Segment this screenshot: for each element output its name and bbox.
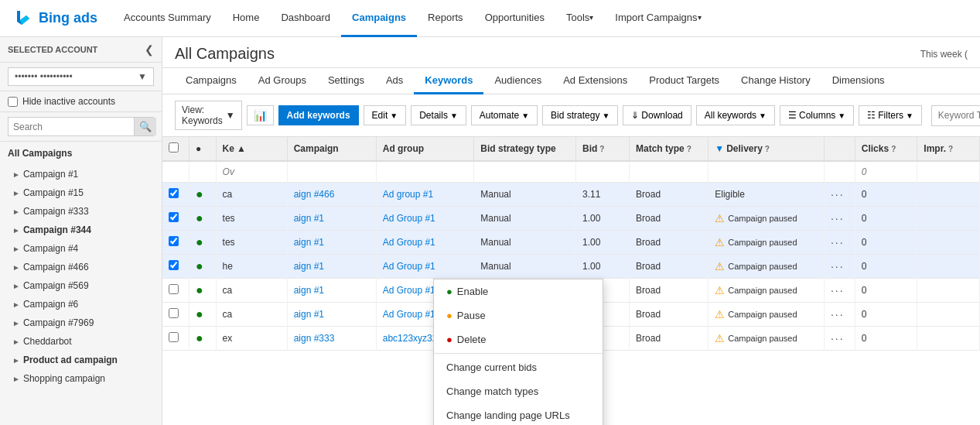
sidebar-item-campaign-1[interactable]: ►Campaign #1 xyxy=(0,165,162,183)
details-button[interactable]: Details ▼ xyxy=(411,105,466,125)
nav-reports[interactable]: Reports xyxy=(417,0,474,37)
tab-product-targets[interactable]: Product Targets xyxy=(638,68,730,94)
select-all-checkbox[interactable] xyxy=(169,142,179,153)
campaign-link[interactable]: aign #1 xyxy=(294,261,324,272)
more-actions-button[interactable]: ··· xyxy=(831,284,845,296)
nav-tools[interactable]: Tools xyxy=(555,0,604,37)
tab-campaigns[interactable]: Campaigns xyxy=(175,68,248,94)
filters-button[interactable]: ☷ Filters ▼ xyxy=(859,105,922,125)
menu-item-change-match[interactable]: Change match types xyxy=(434,379,603,403)
campaign-link[interactable]: aign #1 xyxy=(294,237,324,248)
tab-audiences[interactable]: Audiences xyxy=(483,68,552,94)
row-checkbox[interactable] xyxy=(169,284,179,294)
sidebar-item-product-ad[interactable]: ►Product ad campaign xyxy=(0,351,162,369)
all-keywords-button[interactable]: All keywords ▼ xyxy=(696,105,775,125)
sidebar-item-campaign-569[interactable]: ►Campaign #569 xyxy=(0,276,162,295)
sidebar-item-campaign-7969[interactable]: ►Campaign #7969 xyxy=(0,314,162,332)
campaign-link[interactable]: aign #1 xyxy=(294,213,324,224)
edit-button[interactable]: Edit ▼ xyxy=(364,105,407,125)
menu-item-delete[interactable]: ●Delete xyxy=(434,327,603,351)
hide-inactive-checkbox[interactable] xyxy=(8,97,18,107)
campaign-link[interactable]: aign #1 xyxy=(294,309,324,320)
col-ad-group[interactable]: Ad group xyxy=(376,137,474,161)
logo[interactable]: Bing ads xyxy=(12,8,97,29)
tab-ad-extensions[interactable]: Ad Extensions xyxy=(552,68,638,94)
menu-item-change-bids[interactable]: Change current bids xyxy=(434,355,603,379)
more-actions-button[interactable]: ··· xyxy=(831,260,845,272)
col-campaign[interactable]: Campaign xyxy=(287,137,376,161)
automate-button[interactable]: Automate ▼ xyxy=(471,105,538,125)
col-delivery[interactable]: ▼ Delivery ? xyxy=(709,137,825,161)
download-button[interactable]: ⇓ Download xyxy=(623,105,691,125)
more-actions-button[interactable]: ··· xyxy=(831,212,845,224)
tab-settings[interactable]: Settings xyxy=(317,68,375,94)
ad-group-link[interactable]: Ad Group #1 xyxy=(383,261,435,272)
row-checkbox[interactable] xyxy=(169,236,179,246)
more-actions-button[interactable]: ··· xyxy=(831,188,845,201)
campaign-link[interactable]: aign #1 xyxy=(294,285,324,296)
row-checkbox[interactable] xyxy=(169,260,179,270)
sidebar-item-campaign-333[interactable]: ►Campaign #333 xyxy=(0,202,162,221)
sidebar-item-campaign-15[interactable]: ►Campaign #15 xyxy=(0,183,162,202)
campaign-link[interactable]: aign #333 xyxy=(294,333,335,344)
ad-group-link[interactable]: Ad group #1 xyxy=(383,189,433,200)
row-checkbox[interactable] xyxy=(169,308,179,318)
ad-group-link[interactable]: Ad Group #1 xyxy=(383,213,435,224)
ad-group-link[interactable]: Ad Group #1 xyxy=(383,285,435,296)
chart-button[interactable]: 📊 xyxy=(247,105,274,125)
tab-ad-groups[interactable]: Ad Groups xyxy=(248,68,317,94)
nav-dashboard[interactable]: Dashboard xyxy=(270,0,341,37)
row-checkbox[interactable] xyxy=(169,332,179,342)
bid-strategy-button[interactable]: Bid strategy ▼ xyxy=(542,105,618,125)
sidebar-item-campaign-4[interactable]: ►Campaign #4 xyxy=(0,239,162,258)
view-selector[interactable]: View: Keywords ▼ xyxy=(175,101,242,130)
more-actions-button[interactable]: ··· xyxy=(831,308,845,320)
col-bid[interactable]: Bid ? xyxy=(575,137,629,161)
nav-accounts-summary[interactable]: Accounts Summary xyxy=(113,0,222,37)
add-keywords-button[interactable]: Add keywords xyxy=(278,105,359,125)
nav-campaigns[interactable]: Campaigns xyxy=(341,0,417,37)
menu-item-enable[interactable]: ●Enable xyxy=(434,279,603,303)
col-clicks[interactable]: Clicks ? xyxy=(855,137,917,161)
sidebar-item-cheddarbot[interactable]: ►Cheddarbot xyxy=(0,332,162,351)
tab-keywords[interactable]: Keywords xyxy=(414,68,483,94)
table-row-total: Ov 0 xyxy=(162,161,980,183)
col-impressions[interactable]: Impr. ? xyxy=(917,137,980,161)
nav-opportunities[interactable]: Opportunities xyxy=(474,0,555,37)
col-match-type[interactable]: Match type ? xyxy=(630,137,709,161)
delivery-status-text: Campaign paused xyxy=(728,286,797,295)
sidebar-collapse-button[interactable]: ❮ xyxy=(145,43,154,56)
campaign-link[interactable]: aign #466 xyxy=(294,189,335,200)
hide-inactive-label: Hide inactive accounts xyxy=(22,96,115,107)
columns-button[interactable]: ☰ Columns ▼ xyxy=(780,105,854,125)
view-selector-label: View: Keywords xyxy=(182,105,223,126)
col-bid-strategy-type[interactable]: Bid strategy type xyxy=(474,137,576,161)
status-icon-green: ● xyxy=(196,235,203,248)
tab-ads[interactable]: Ads xyxy=(375,68,414,94)
row-checkbox[interactable] xyxy=(169,188,179,198)
ad-group-link[interactable]: Ad Group #1 xyxy=(383,237,435,248)
sidebar-item-campaign-6[interactable]: ►Campaign #6 xyxy=(0,295,162,314)
sidebar-item-campaign-466[interactable]: ►Campaign #466 xyxy=(0,258,162,276)
tab-change-history[interactable]: Change History xyxy=(730,68,821,94)
sidebar-search-button[interactable]: 🔍 xyxy=(134,118,156,135)
nav-home[interactable]: Home xyxy=(222,0,271,37)
row-checkbox[interactable] xyxy=(169,212,179,222)
nav-import-campaigns[interactable]: Import Campaigns xyxy=(604,0,712,37)
more-actions-button[interactable]: ··· xyxy=(831,236,845,248)
sidebar-item-shopping[interactable]: ►Shopping campaign xyxy=(0,369,162,388)
more-actions-button[interactable]: ··· xyxy=(831,332,845,344)
cell-impressions xyxy=(917,279,980,303)
col-keyword[interactable]: Ke ▲ xyxy=(216,137,287,161)
sidebar-item-campaign-344[interactable]: ►Campaign #344 xyxy=(0,221,162,239)
account-dropdown[interactable]: ••••••• •••••••••• ▼ xyxy=(8,67,154,86)
menu-item-pause[interactable]: ●Pause xyxy=(434,303,603,327)
cell-status: ● xyxy=(190,183,217,207)
warning-icon: ⚠ xyxy=(715,260,725,272)
keyword-search-input[interactable] xyxy=(932,106,980,125)
tab-dimensions[interactable]: Dimensions xyxy=(821,68,896,94)
cell-ad-group: Ad group #1 xyxy=(376,183,474,207)
ad-group-link[interactable]: Ad Group #1 xyxy=(383,309,435,320)
sidebar-search-input[interactable] xyxy=(9,118,134,135)
menu-item-change-landing[interactable]: Change landing page URLs xyxy=(434,403,603,425)
